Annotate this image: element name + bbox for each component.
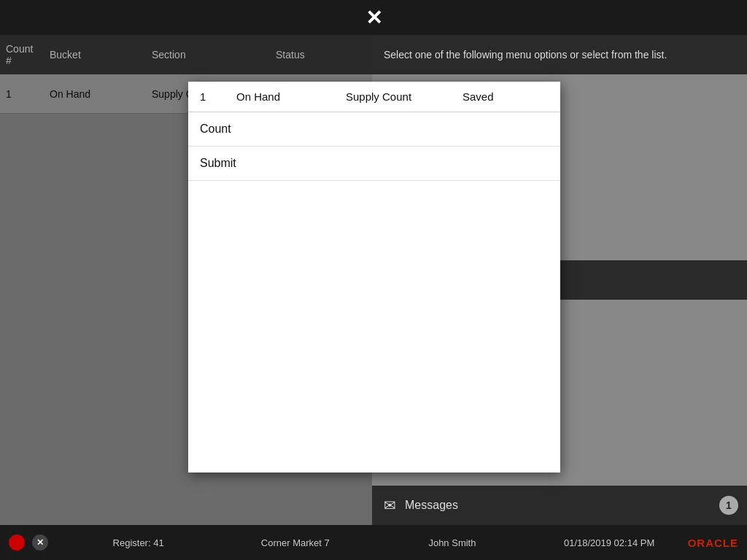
envelope-icon: ✉	[384, 497, 396, 514]
datetime-label: 01/18/2019 02:14 PM	[531, 537, 688, 548]
user-label: John Smith	[374, 537, 530, 548]
top-bar: ✕	[0, 0, 747, 35]
modal-row-status: Saved	[462, 90, 549, 103]
instruction-text: Select one of the following menu options…	[384, 49, 667, 61]
status-bar: ✕ Register: 41 Corner Market 7 John Smit…	[0, 525, 747, 560]
messages-badge: 1	[719, 496, 738, 515]
modal-menu-count[interactable]: Count	[188, 112, 560, 147]
close-button[interactable]: ✕	[32, 534, 48, 551]
modal-popup: 1 On Hand Supply Count Saved Count Submi…	[188, 82, 560, 472]
logo-icon: ✕	[365, 6, 382, 30]
modal-row-num: 1	[200, 90, 236, 103]
modal-menu-submit[interactable]: Submit	[188, 147, 560, 181]
modal-row-bucket: On Hand	[236, 90, 346, 103]
messages-label: Messages	[405, 499, 458, 512]
register-label: Register: 41	[60, 537, 217, 548]
messages-bar[interactable]: ✉ Messages 1	[372, 486, 747, 525]
modal-row-section: Supply Count	[346, 90, 462, 103]
modal-empty-space	[188, 181, 560, 472]
oracle-logo: ORACLE	[688, 537, 738, 549]
modal-row: 1 On Hand Supply Count Saved	[188, 82, 560, 112]
location-label: Corner Market 7	[217, 537, 374, 548]
stop-button[interactable]	[9, 534, 25, 551]
instruction-bar: Select one of the following menu options…	[372, 35, 747, 74]
